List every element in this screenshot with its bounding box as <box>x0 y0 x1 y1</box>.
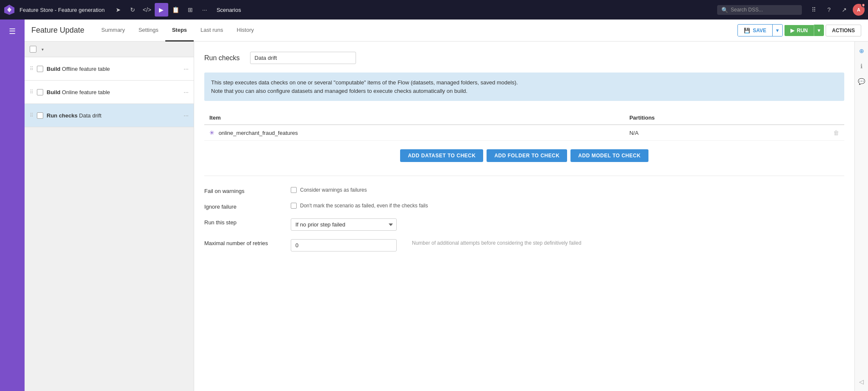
hamburger-button[interactable]: ☰ <box>5 24 20 39</box>
help-icon[interactable]: ? <box>822 3 836 17</box>
grid-dots-icon[interactable]: ⠿ <box>807 3 821 17</box>
checks-table: Item Partitions ✳ online_merchant_fraud_… <box>204 111 844 141</box>
table-row: ✳ online_merchant_fraud_features N/A 🗑 <box>204 125 844 141</box>
toolbar-icons: ➤ ↻ </> ▶ 📋 ⊞ ··· <box>111 3 211 17</box>
partitions-cell: N/A <box>624 125 776 141</box>
fail-on-warnings-row: Fail on warnings Consider warnings as fa… <box>204 183 844 198</box>
scenarios-label: Scenarios <box>217 7 241 13</box>
col-partitions-header: Partitions <box>624 111 776 125</box>
step-checkbox-build-online[interactable] <box>37 89 43 95</box>
drag-handle-icon: ⠿ <box>30 66 33 72</box>
run-this-step-row: Run this step Always If no prior step fa… <box>204 214 844 235</box>
step-label-build-online: Build Online feature table <box>47 89 180 95</box>
select-all-checkbox[interactable] <box>30 46 36 53</box>
fail-on-warnings-control: Consider warnings as failures <box>291 187 367 193</box>
step-type-title: Run checks <box>204 54 240 62</box>
main-content-panel: Run checks This step executes data check… <box>194 42 854 391</box>
ignore-failure-label: Ignore failure <box>204 203 281 210</box>
step-checkbox-run-checks[interactable] <box>37 112 43 119</box>
add-dataset-button[interactable]: ADD DATASET TO CHECK <box>400 149 483 162</box>
run-this-step-label: Run this step <box>204 218 281 226</box>
header-actions: 💾 SAVE ▾ ▶ RUN ▾ ACTIONS <box>737 24 861 36</box>
ignore-failure-row: Ignore failure Don't mark the scenario a… <box>204 198 844 214</box>
top-navigation: Feature Store - Feature generation ➤ ↻ <… <box>0 0 868 20</box>
header-tabs: Summary Settings Steps Last runs History <box>95 20 734 42</box>
step-item-build-online[interactable]: ⠿ Build Online feature table ··· <box>25 81 194 104</box>
step-name-input[interactable] <box>250 52 356 64</box>
fail-on-warnings-text: Consider warnings as failures <box>300 187 367 193</box>
run-button[interactable]: ▶ RUN <box>785 25 814 36</box>
step-more-build-online[interactable]: ··· <box>184 89 189 95</box>
grid-icon[interactable]: ⊞ <box>184 3 197 17</box>
drag-handle-icon: ⠿ <box>30 112 33 118</box>
app-logo[interactable] <box>3 4 15 16</box>
info-box: This step executes data checks on one or… <box>204 73 844 101</box>
dataset-name: online_merchant_fraud_features <box>219 130 298 136</box>
search-input[interactable] <box>731 7 798 13</box>
col-item-header: Item <box>204 111 624 125</box>
ignore-failure-checkbox[interactable] <box>291 203 297 209</box>
info-side-icon[interactable]: ℹ <box>856 60 868 72</box>
avatar-badge: 1 <box>861 3 865 7</box>
max-retries-hint: Number of additional attempts before con… <box>412 239 581 246</box>
avatar[interactable]: A 1 <box>853 4 865 16</box>
steps-panel: ▾ ⠿ Build Offline feature table ··· ⠿ Bu… <box>25 42 194 391</box>
tab-summary[interactable]: Summary <box>95 20 132 42</box>
save-dropdown-button[interactable]: ▾ <box>772 25 782 36</box>
step-more-run-checks[interactable]: ··· <box>184 112 189 119</box>
run-play-icon: ▶ <box>790 28 794 34</box>
dataset-icon: ✳ <box>209 129 214 136</box>
chat-side-icon[interactable]: 💬 <box>856 75 868 87</box>
app-title: Feature Store - Feature generation <box>19 7 105 13</box>
step-label-run-checks: Run checks Data drift <box>47 112 180 119</box>
right-icons: ⠿ ? ↗ A 1 <box>807 3 865 17</box>
search-box[interactable]: 🔍 <box>717 5 802 15</box>
ignore-failure-control: Don't mark the scenario as failed, even … <box>291 203 428 209</box>
add-model-button[interactable]: ADD MODEL TO CHECK <box>570 149 648 162</box>
run-dropdown-button[interactable]: ▾ <box>814 25 824 36</box>
step-checkbox-build-offline[interactable] <box>37 66 43 72</box>
nav-arrow-icon[interactable]: ➤ <box>111 3 125 17</box>
max-retries-input[interactable] <box>291 239 397 251</box>
max-retries-label: Maximal number of retries <box>204 239 281 246</box>
actions-button[interactable]: ACTIONS <box>826 25 861 36</box>
save-button-group: 💾 SAVE ▾ <box>737 24 783 36</box>
search-icon: 🔍 <box>721 7 728 13</box>
page-title: Feature Update <box>31 26 84 35</box>
fail-on-warnings-checkbox[interactable] <box>291 187 297 193</box>
back-arrow-icon[interactable]: ◁ <box>856 376 868 388</box>
play-icon[interactable]: ▶ <box>155 3 168 17</box>
tab-settings[interactable]: Settings <box>132 20 165 42</box>
doc-icon[interactable]: 📋 <box>169 3 183 17</box>
select-dropdown[interactable]: ▾ <box>38 45 47 53</box>
step-item-run-checks[interactable]: ⠿ Run checks Data drift ··· <box>25 104 194 127</box>
step-header: Run checks <box>204 52 844 64</box>
tab-last-runs[interactable]: Last runs <box>194 20 230 42</box>
delete-row-icon[interactable]: 🗑 <box>833 129 839 136</box>
code-icon[interactable]: </> <box>140 3 154 17</box>
step-more-build-offline[interactable]: ··· <box>184 65 189 72</box>
refresh-icon[interactable]: ↻ <box>126 3 139 17</box>
header-bar: Feature Update Summary Settings Steps La… <box>25 20 868 42</box>
right-side-panel: ⊕ ℹ 💬 ◁ <box>854 42 868 391</box>
add-checks-buttons: ADD DATASET TO CHECK ADD FOLDER TO CHECK… <box>204 149 844 162</box>
step-label-build-offline: Build Offline feature table <box>47 66 180 72</box>
add-folder-button[interactable]: ADD FOLDER TO CHECK <box>487 149 567 162</box>
step-item-build-offline[interactable]: ⠿ Build Offline feature table ··· <box>25 57 194 81</box>
run-this-step-select[interactable]: Always If no prior step failed Never <box>291 218 397 231</box>
tab-steps[interactable]: Steps <box>165 20 194 42</box>
save-icon: 💾 <box>744 28 750 34</box>
more-icon[interactable]: ··· <box>198 3 211 17</box>
sidebar-toggle: ☰ <box>0 20 25 391</box>
divider <box>204 176 844 176</box>
ignore-failure-text: Don't mark the scenario as failed, even … <box>300 203 428 209</box>
analytics-icon[interactable]: ↗ <box>837 3 851 17</box>
tab-history[interactable]: History <box>230 20 261 42</box>
max-retries-row: Maximal number of retries Number of addi… <box>204 235 844 256</box>
save-button[interactable]: 💾 SAVE <box>738 25 772 36</box>
options-section: Fail on warnings Consider warnings as fa… <box>204 183 844 256</box>
run-button-group: ▶ RUN ▾ <box>785 25 824 36</box>
add-step-icon[interactable]: ⊕ <box>856 45 868 57</box>
fail-on-warnings-label: Fail on warnings <box>204 187 281 194</box>
drag-handle-icon: ⠿ <box>30 89 33 95</box>
